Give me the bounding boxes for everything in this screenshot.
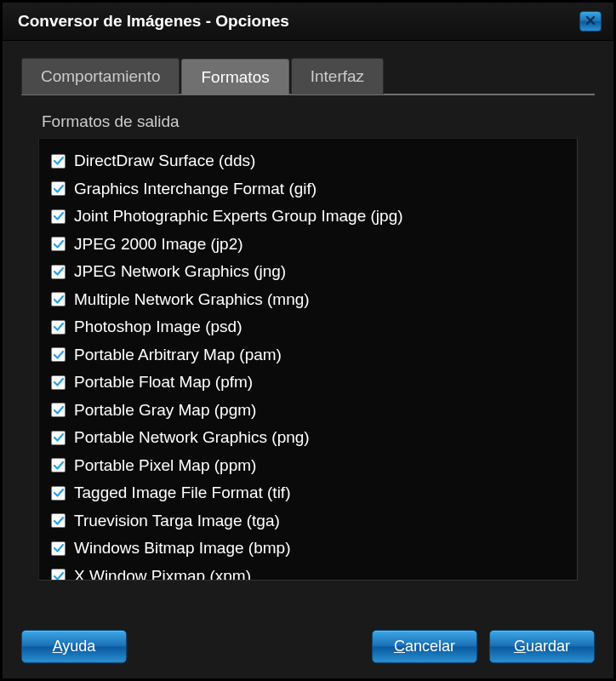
format-item: Truevision Targa Image (tga) [51, 507, 565, 535]
format-item: Windows Bitmap Image (bmp) [51, 535, 565, 563]
format-item: JPEG Network Graphics (jng) [51, 258, 565, 286]
format-item: Portable Pixel Map (ppm) [51, 452, 565, 480]
format-label: Truevision Targa Image (tga) [74, 509, 280, 534]
format-item: Tagged Image File Format (tif) [51, 479, 565, 507]
format-checkbox[interactable] [51, 347, 66, 362]
format-checkbox[interactable] [51, 181, 66, 196]
dialog-footer: Ayuda Cancelar Guardar [3, 616, 613, 678]
format-label: Graphics Interchange Format (gif) [74, 177, 317, 202]
format-item: Photoshop Image (psd) [51, 313, 565, 341]
help-button-label: Ayuda [53, 638, 96, 655]
close-button[interactable] [579, 11, 602, 31]
dialog-body: Comportamiento Formatos Interfaz Formato… [3, 41, 613, 616]
format-checkbox[interactable] [51, 237, 66, 251]
save-button[interactable]: Guardar [489, 630, 595, 663]
format-item: JPEG 2000 Image (jp2) [51, 231, 565, 259]
format-label: DirectDraw Surface (dds) [74, 149, 255, 174]
format-checkbox[interactable] [51, 154, 66, 169]
format-item: Graphics Interchange Format (gif) [51, 175, 565, 203]
format-item: Portable Gray Map (pgm) [51, 397, 565, 425]
close-icon [585, 14, 596, 29]
tab-bar: Comportamiento Formatos Interfaz [21, 58, 595, 94]
format-label: Portable Pixel Map (ppm) [74, 454, 256, 478]
format-checkbox[interactable] [51, 403, 66, 417]
output-formats-label: Formatos de salida [38, 112, 578, 131]
format-checkbox[interactable] [51, 458, 66, 472]
formats-panel: Formatos de salida DirectDraw Surface (d… [21, 112, 595, 606]
format-label: JPEG 2000 Image (jp2) [74, 232, 243, 257]
format-label: JPEG Network Graphics (jng) [74, 260, 286, 284]
format-item: X Window Pixmap (xpm) [51, 563, 565, 581]
format-checkbox[interactable] [51, 431, 66, 445]
save-button-label: Guardar [514, 638, 570, 655]
format-item: Portable Network Graphics (png) [51, 424, 565, 452]
format-item: Multiple Network Graphics (mng) [51, 286, 565, 314]
tab-formatos[interactable]: Formatos [181, 59, 288, 95]
format-item: Portable Arbitrary Map (pam) [51, 341, 565, 369]
format-checkbox[interactable] [51, 209, 66, 224]
footer-right: Cancelar Guardar [372, 630, 595, 663]
tab-comportamiento[interactable]: Comportamiento [21, 58, 180, 94]
format-checkbox[interactable] [51, 569, 66, 581]
options-dialog: Conversor de Imágenes - Opciones Comport… [2, 2, 614, 679]
format-label: Windows Bitmap Image (bmp) [74, 536, 290, 561]
format-list: DirectDraw Surface (dds)Graphics Interch… [38, 138, 578, 581]
format-label: X Window Pixmap (xpm) [74, 564, 251, 581]
format-label: Portable Network Graphics (png) [74, 426, 310, 450]
format-label: Photoshop Image (psd) [74, 315, 242, 340]
format-checkbox[interactable] [51, 265, 66, 279]
format-label: Joint Photographic Experts Group Image (… [74, 204, 403, 229]
format-label: Tagged Image File Format (tif) [74, 481, 290, 506]
window-title: Conversor de Imágenes - Opciones [18, 12, 289, 31]
format-label: Multiple Network Graphics (mng) [74, 288, 310, 312]
format-label: Portable Gray Map (pgm) [74, 398, 256, 423]
format-checkbox[interactable] [51, 513, 66, 528]
format-checkbox[interactable] [51, 541, 66, 556]
format-item: Portable Float Map (pfm) [51, 369, 565, 397]
cancel-button[interactable]: Cancelar [372, 630, 477, 663]
cancel-button-label: Cancelar [394, 638, 455, 655]
tab-interfaz[interactable]: Interfaz [291, 58, 384, 94]
titlebar: Conversor de Imágenes - Opciones [3, 3, 613, 41]
format-label: Portable Arbitrary Map (pam) [74, 343, 282, 368]
format-checkbox[interactable] [51, 486, 66, 501]
format-checkbox[interactable] [51, 320, 66, 335]
format-checkbox[interactable] [51, 375, 66, 390]
help-button[interactable]: Ayuda [21, 630, 127, 663]
format-item: DirectDraw Surface (dds) [51, 147, 565, 175]
format-checkbox[interactable] [51, 292, 66, 306]
format-item: Joint Photographic Experts Group Image (… [51, 203, 565, 231]
format-label: Portable Float Map (pfm) [74, 370, 253, 395]
